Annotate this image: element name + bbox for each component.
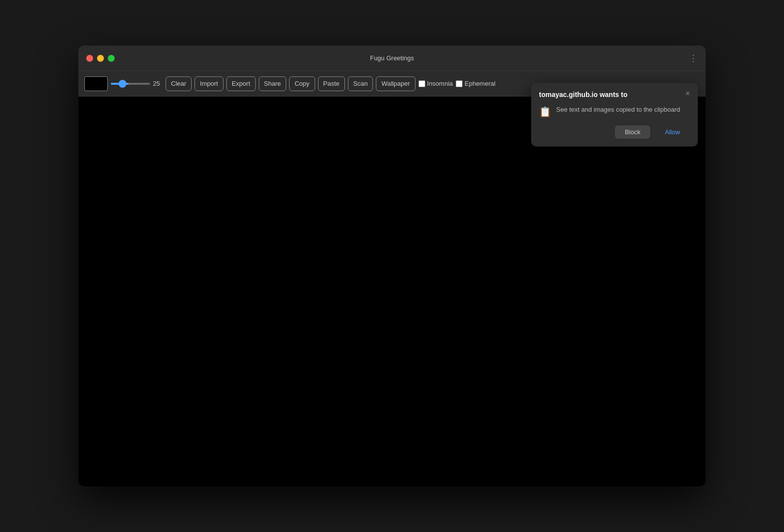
export-button[interactable]: Export [226,76,256,91]
close-button[interactable] [86,55,93,62]
window-title: Fugu Greetings [370,54,414,62]
popup-description: See text and images copied to the clipbo… [556,105,680,114]
popup-close-button[interactable]: × [686,90,690,97]
popup-actions: Block Allow [539,125,690,139]
title-bar: Fugu Greetings ⋮ [78,46,706,71]
size-slider[interactable] [111,83,150,85]
copy-button[interactable]: Copy [289,76,315,91]
paste-button[interactable]: Paste [318,76,345,91]
wallpaper-button[interactable]: Wallpaper [376,76,415,91]
ephemeral-label: Ephemeral [465,80,495,87]
popup-header: tomayac.github.io wants to × [539,91,690,98]
popup-body: 📋 See text and images copied to the clip… [539,105,690,118]
ephemeral-checkbox[interactable] [456,80,463,87]
minimize-button[interactable] [97,55,104,62]
insomnia-checkbox-label[interactable]: Insomnia [418,80,453,87]
slider-value: 25 [153,80,163,87]
clipboard-icon: 📋 [539,106,551,118]
mac-window: Fugu Greetings ⋮ 25 Clear Import Export … [78,46,706,486]
insomnia-label: Insomnia [427,80,453,87]
color-preview[interactable] [84,76,108,91]
canvas-area[interactable] [78,97,706,486]
allow-button[interactable]: Allow [655,125,690,139]
share-button[interactable]: Share [259,76,287,91]
import-button[interactable]: Import [195,76,223,91]
menu-icon[interactable]: ⋮ [689,53,698,64]
insomnia-checkbox[interactable] [418,80,425,87]
popup-title: tomayac.github.io wants to [539,91,627,98]
clipboard-permission-popup: tomayac.github.io wants to × 📋 See text … [531,83,698,146]
traffic-lights [86,55,115,62]
slider-container: 25 [111,80,163,87]
scan-button[interactable]: Scan [348,76,373,91]
ephemeral-checkbox-label[interactable]: Ephemeral [456,80,495,87]
maximize-button[interactable] [108,55,115,62]
clear-button[interactable]: Clear [166,76,192,91]
block-button[interactable]: Block [615,125,650,139]
